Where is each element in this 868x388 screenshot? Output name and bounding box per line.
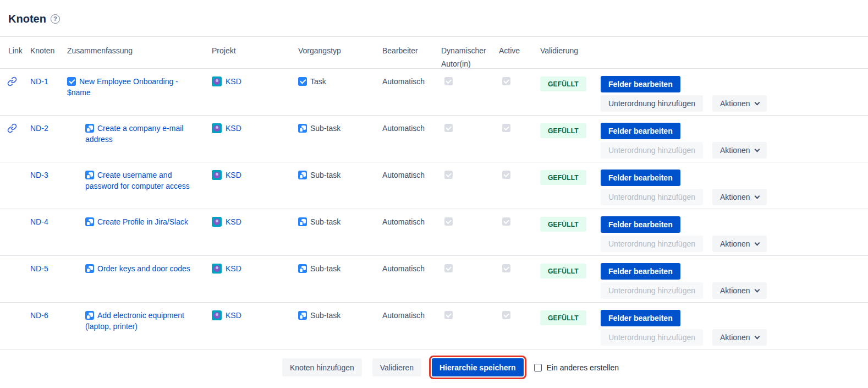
summary-cell: New Employee Onboarding - $name [67,76,212,98]
issue-type-icon [298,171,307,179]
add-child-button: Unterordnung hinzufügen [601,329,703,346]
table-row: ND-3 Create username and password for co… [0,162,868,209]
validate-button[interactable]: Validieren [372,358,421,376]
column-header-bearbeiter: Bearbeiter [382,44,441,70]
issue-type-label: Task [310,76,326,87]
project-link[interactable]: KSD [226,170,241,181]
page-header: Knoten ? [0,0,868,26]
project-link[interactable]: KSD [226,263,241,274]
active-checkbox [502,217,510,226]
column-header-vorgangstyp: Vorgangstyp [298,44,382,70]
table-row: ND-2 Create a company e-mail address KSD… [0,116,868,162]
issue-type-icon [298,311,307,320]
actions-dropdown-button[interactable]: Aktionen [712,236,766,252]
issue-type-icon [298,217,307,226]
issue-type-icon-summary [85,311,94,320]
validation-status-badge: GEFÜLLT [540,76,586,91]
edit-fields-button[interactable]: Felder bearbeiten [601,216,680,233]
assignee-value: Automatisch [382,123,441,134]
assignee-value: Automatisch [382,216,441,227]
project-link[interactable]: KSD [226,123,241,134]
nodes-table: Link Knoten Zusammenfassung Projekt Vorg… [0,36,868,349]
actions-dropdown-button[interactable]: Aktionen [712,189,766,205]
actions-dropdown-button[interactable]: Aktionen [712,329,766,346]
link-icon[interactable] [7,76,17,86]
summary-link[interactable]: Create Profile in Jira/Slack [97,217,188,226]
add-node-button[interactable]: Knoten hinzufügen [282,358,362,376]
edit-fields-button[interactable]: Felder bearbeiten [601,170,680,186]
summary-link[interactable]: Add electronic equipment (laptop, printe… [85,311,184,331]
create-another-checkbox[interactable] [534,364,542,371]
validation-status-badge: GEFÜLLT [540,123,586,138]
add-child-button: Unterordnung hinzufügen [601,189,703,205]
node-key-link[interactable]: ND-4 [30,217,48,226]
table-body: ND-1 New Employee Onboarding - $name KSD… [0,69,868,349]
issue-type-icon [298,264,307,273]
chevron-down-icon [754,240,760,245]
project-avatar-icon [212,310,222,320]
page: Knoten ? Link Knoten Zusammenfassung Pro… [0,0,868,388]
active-checkbox [502,311,510,319]
issue-type-label: Sub-task [310,123,340,134]
issue-type-icon-summary [85,171,94,179]
edit-fields-button[interactable]: Felder bearbeiten [601,76,680,92]
assignee-value: Automatisch [382,263,441,274]
column-header-validierung: Validierung [540,44,601,70]
issue-type-label: Sub-task [310,310,340,321]
column-header-link: Link [0,44,30,70]
table-header-row: Link Knoten Zusammenfassung Projekt Vorg… [0,36,868,69]
node-key-link[interactable]: ND-1 [30,77,48,86]
active-checkbox [502,124,510,132]
project-avatar-icon [212,123,222,133]
chevron-down-icon [754,146,760,152]
project-link[interactable]: KSD [226,76,241,87]
table-row: ND-4 Create Profile in Jira/Slack KSD Su… [0,209,868,256]
node-key-link[interactable]: ND-6 [30,311,48,320]
add-child-button: Unterordnung hinzufügen [601,142,703,159]
summary-link[interactable]: Create username and password for compute… [85,171,190,190]
node-key-link[interactable]: ND-2 [30,124,48,133]
summary-cell: Add electronic equipment (laptop, printe… [67,310,212,332]
summary-cell: Create a company e-mail address [67,123,212,145]
node-key-link[interactable]: ND-5 [30,264,48,273]
active-checkbox [502,171,510,179]
summary-link[interactable]: New Employee Onboarding - $name [67,77,178,97]
add-child-button: Unterordnung hinzufügen [601,282,703,299]
dynamic-author-checkbox [444,124,453,132]
issue-type-icon-summary [67,77,76,86]
issue-type-icon [298,77,307,86]
actions-dropdown-button[interactable]: Aktionen [712,142,766,159]
column-header-active: Active [499,44,540,70]
issue-type-label: Sub-task [310,170,340,181]
project-link[interactable]: KSD [226,216,241,227]
summary-link[interactable]: Create a company e-mail address [85,124,183,144]
add-child-button: Unterordnung hinzufügen [601,236,703,252]
actions-dropdown-button[interactable]: Aktionen [712,95,766,112]
summary-cell: Order keys and door codes [67,263,212,274]
validation-status-badge: GEFÜLLT [540,217,586,232]
add-child-button[interactable]: Unterordnung hinzufügen [601,95,703,112]
active-checkbox [502,77,510,85]
assignee-value: Automatisch [382,310,441,321]
assignee-value: Automatisch [382,76,441,87]
project-avatar-icon [212,264,222,274]
dynamic-author-checkbox [444,264,453,272]
table-row: ND-1 New Employee Onboarding - $name KSD… [0,69,868,116]
actions-dropdown-button[interactable]: Aktionen [712,282,766,299]
edit-fields-button[interactable]: Felder bearbeiten [601,123,680,139]
validation-status-badge: GEFÜLLT [540,310,586,325]
project-avatar-icon [212,217,222,227]
issue-type-icon-summary [85,217,94,226]
save-hierarchy-button[interactable]: Hierarchie speichern [432,358,524,376]
project-link[interactable]: KSD [226,310,241,321]
node-key-link[interactable]: ND-3 [30,171,48,179]
dynamic-author-checkbox [444,171,453,179]
page-title: Knoten [8,13,46,25]
summary-link[interactable]: Order keys and door codes [97,264,190,273]
chevron-down-icon [754,334,760,339]
edit-fields-button[interactable]: Felder bearbeiten [601,310,680,326]
edit-fields-button[interactable]: Felder bearbeiten [601,263,680,280]
dynamic-author-checkbox [444,311,453,319]
link-icon[interactable] [7,123,17,133]
help-icon[interactable]: ? [51,14,60,24]
